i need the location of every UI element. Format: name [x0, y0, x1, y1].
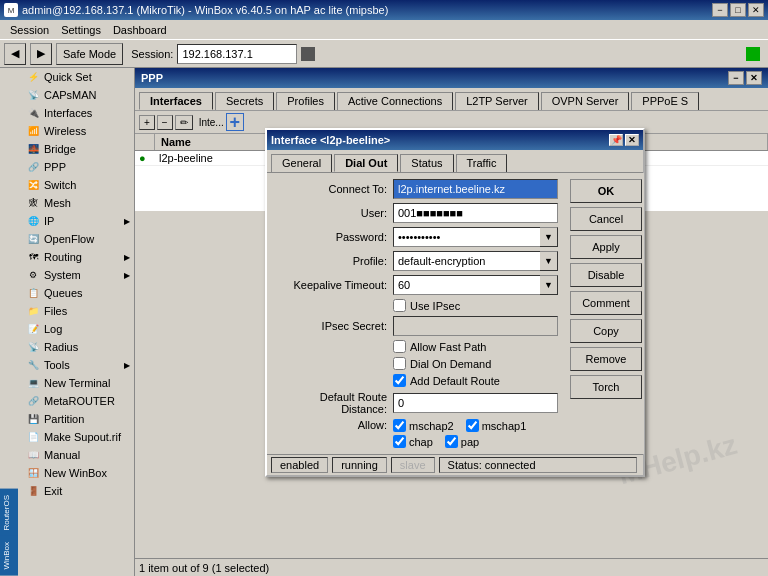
sidebar-item-queues[interactable]: 📋 Queues — [18, 284, 134, 302]
chap-checkbox[interactable] — [393, 435, 406, 448]
col-name[interactable]: Name — [155, 134, 275, 150]
connect-to-input[interactable] — [393, 179, 558, 199]
user-label: User: — [273, 207, 393, 219]
forward-button[interactable]: ▶ — [30, 43, 52, 65]
ok-button[interactable]: OK — [570, 179, 642, 203]
user-row: User: — [273, 203, 558, 223]
keepalive-dropdown-btn[interactable]: ▼ — [540, 275, 558, 295]
tab-status[interactable]: Status — [400, 154, 453, 172]
pap-checkbox[interactable] — [445, 435, 458, 448]
menu-session[interactable]: Session — [4, 22, 55, 38]
chap-item: chap — [393, 435, 433, 448]
tab-dialout[interactable]: Dial Out — [334, 154, 398, 172]
sidebar-item-newwinbox[interactable]: 🪟 New WinBox — [18, 464, 134, 482]
minimize-button[interactable]: − — [712, 3, 728, 17]
sidebar-item-partition[interactable]: 💾 Partition — [18, 410, 134, 428]
sidebar-item-terminal[interactable]: 💻 New Terminal — [18, 374, 134, 392]
tab-profiles[interactable]: Profiles — [276, 92, 335, 110]
sidebar-item-bridge[interactable]: 🌉 Bridge — [18, 140, 134, 158]
keepalive-input[interactable] — [393, 275, 540, 295]
apply-button[interactable]: Apply — [570, 235, 642, 259]
sidebar-item-ip[interactable]: 🌐 IP ▶ — [18, 212, 134, 230]
back-button[interactable]: ◀ — [4, 43, 26, 65]
tab-ovpn-server[interactable]: OVPN Server — [541, 92, 630, 110]
password-show-btn[interactable]: ▼ — [540, 227, 558, 247]
password-row: Password: ▼ — [273, 227, 558, 247]
add-specific-btn[interactable]: + — [226, 113, 244, 131]
sidebar-label-log: Log — [44, 323, 62, 335]
dialog-pin-btn[interactable]: 📌 — [609, 134, 623, 146]
dialog-body: Connect To: User: Password: — [267, 172, 643, 454]
status-indicator-green — [746, 47, 760, 61]
close-button[interactable]: ✕ — [748, 3, 764, 17]
sidebar-item-wireless[interactable]: 📶 Wireless — [18, 122, 134, 140]
dialog-close-btn[interactable]: ✕ — [625, 134, 639, 146]
profile-input[interactable] — [393, 251, 540, 271]
sidebar-item-radius[interactable]: 📡 Radius — [18, 338, 134, 356]
chap-label: chap — [409, 436, 433, 448]
ipsec-secret-label: IPsec Secret: — [273, 320, 393, 332]
sidebar-item-metarouter[interactable]: 🔗 MetaROUTER — [18, 392, 134, 410]
dial-on-demand-checkbox[interactable] — [393, 357, 406, 370]
tab-active-connections[interactable]: Active Connections — [337, 92, 453, 110]
user-input[interactable] — [393, 203, 558, 223]
connect-to-label: Connect To: — [273, 183, 393, 195]
remove-btn[interactable]: − — [157, 115, 173, 130]
safe-mode-button[interactable]: Safe Mode — [56, 43, 123, 65]
tab-interfaces[interactable]: Interfaces — [139, 92, 213, 110]
sidebar-label-supout: Make Supout.rif — [44, 431, 121, 443]
status-running: running — [332, 457, 387, 473]
add-btn[interactable]: + — [139, 115, 155, 130]
profile-dropdown-btn[interactable]: ▼ — [540, 251, 558, 271]
ppp-minimize-btn[interactable]: − — [728, 71, 744, 85]
mschap2-checkbox[interactable] — [393, 419, 406, 432]
sidebar-item-quickset[interactable]: ⚡ Quick Set — [18, 68, 134, 86]
copy-button[interactable]: Copy — [570, 319, 642, 343]
row-status-icon: ● — [139, 152, 159, 164]
torch-button[interactable]: Torch — [570, 375, 642, 399]
tab-traffic[interactable]: Traffic — [456, 154, 508, 172]
sidebar-item-tools[interactable]: 🔧 Tools ▶ — [18, 356, 134, 374]
sidebar-label-ppp: PPP — [44, 161, 66, 173]
session-input[interactable] — [177, 44, 297, 64]
sidebar-item-exit[interactable]: 🚪 Exit — [18, 482, 134, 500]
sidebar-item-interfaces[interactable]: 🔌 Interfaces — [18, 104, 134, 122]
maximize-button[interactable]: □ — [730, 3, 746, 17]
sidebar-item-switch[interactable]: 🔀 Switch — [18, 176, 134, 194]
disable-button[interactable]: Disable — [570, 263, 642, 287]
tab-secrets[interactable]: Secrets — [215, 92, 274, 110]
tab-pppoe[interactable]: PPPoE S — [631, 92, 699, 110]
sidebar-item-ppp[interactable]: 🔗 PPP — [18, 158, 134, 176]
openflow-icon: 🔄 — [26, 232, 40, 246]
ppp-close-btn[interactable]: ✕ — [746, 71, 762, 85]
edit-btn[interactable]: ✏ — [175, 115, 193, 130]
password-input[interactable] — [393, 227, 540, 247]
remove-button[interactable]: Remove — [570, 347, 642, 371]
cancel-button[interactable]: Cancel — [570, 207, 642, 231]
profile-field-group: ▼ — [393, 251, 558, 271]
sidebar-item-system[interactable]: ⚙ System ▶ — [18, 266, 134, 284]
row-name: l2p-beeline — [159, 152, 279, 164]
sidebar-item-routing[interactable]: 🗺 Routing ▶ — [18, 248, 134, 266]
sidebar-item-files[interactable]: 📁 Files — [18, 302, 134, 320]
allow-fast-path-checkbox[interactable] — [393, 340, 406, 353]
sidebar-item-manual[interactable]: 📖 Manual — [18, 446, 134, 464]
sidebar-item-log[interactable]: 📝 Log — [18, 320, 134, 338]
sidebar-item-mesh[interactable]: 🕸 Mesh — [18, 194, 134, 212]
sidebar-item-supout[interactable]: 📄 Make Supout.rif — [18, 428, 134, 446]
tab-general[interactable]: General — [271, 154, 332, 172]
mschap1-checkbox[interactable] — [466, 419, 479, 432]
menu-dashboard[interactable]: Dashboard — [107, 22, 173, 38]
menu-settings[interactable]: Settings — [55, 22, 107, 38]
use-ipsec-checkbox[interactable] — [393, 299, 406, 312]
sidebar-item-capsman[interactable]: 📡 CAPsMAN — [18, 86, 134, 104]
interface-type-indicator: Inte... — [199, 117, 224, 128]
comment-button[interactable]: Comment — [570, 291, 642, 315]
add-default-route-checkbox[interactable] — [393, 374, 406, 387]
tab-l2tp-server[interactable]: L2TP Server — [455, 92, 539, 110]
use-ipsec-label: Use IPsec — [410, 300, 460, 312]
sidebar-item-openflow[interactable]: 🔄 OpenFlow — [18, 230, 134, 248]
default-route-dist-input[interactable] — [393, 393, 558, 413]
action-buttons: OK Cancel Apply Disable Comment Copy Rem… — [564, 173, 644, 454]
items-count: 1 item out of 9 (1 selected) — [139, 562, 269, 574]
